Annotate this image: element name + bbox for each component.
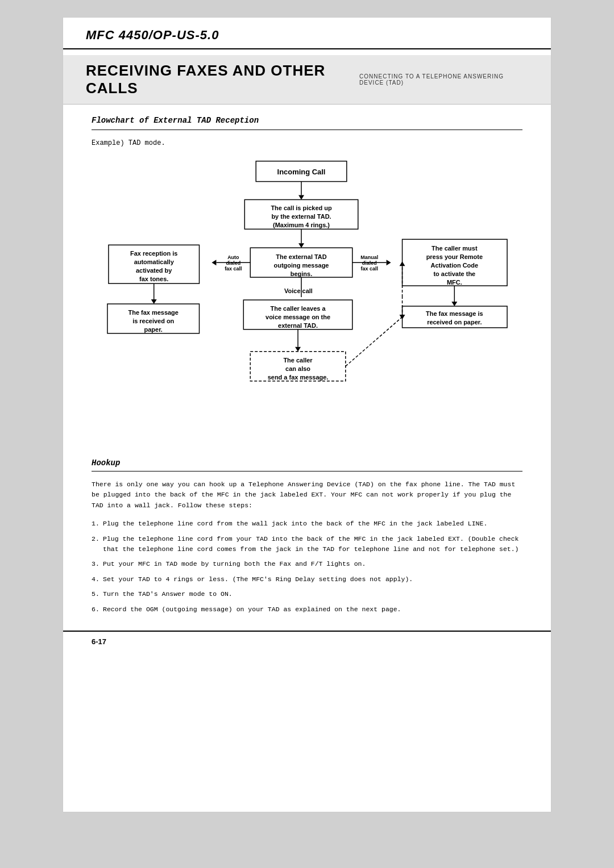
- svg-text:Manual: Manual: [360, 254, 378, 260]
- svg-text:begins.: begins.: [291, 270, 312, 277]
- svg-text:The caller leaves a: The caller leaves a: [271, 305, 326, 312]
- flowchart-rule: [92, 130, 522, 130]
- svg-text:dialed: dialed: [226, 260, 240, 266]
- svg-text:Fax reception is: Fax reception is: [130, 250, 178, 257]
- svg-text:automatically: automatically: [134, 258, 175, 265]
- svg-text:dialed: dialed: [362, 260, 377, 266]
- list-item: 1. Plug the telephone line cord from the…: [92, 519, 522, 529]
- svg-text:to activate the: to activate the: [433, 270, 475, 277]
- svg-text:fax tones.: fax tones.: [139, 276, 168, 282]
- hookup-paragraph: There is only one way you can hook up a …: [92, 479, 522, 511]
- hookup-title: Hookup: [92, 458, 522, 468]
- svg-text:send a fax message.: send a fax message.: [268, 374, 329, 381]
- page-footer: 6-17: [63, 631, 551, 652]
- svg-marker-36: [151, 299, 157, 304]
- list-item: 2. Plug the telephone line cord from you…: [92, 534, 522, 555]
- svg-marker-42: [451, 302, 457, 306]
- svg-text:voice message on the: voice message on the: [265, 314, 330, 320]
- svg-text:press your Remote: press your Remote: [426, 253, 483, 260]
- page-number: 6-17: [92, 637, 106, 646]
- flowchart-title: Flowchart of External TAD Reception: [92, 116, 522, 125]
- svg-text:The fax message: The fax message: [128, 309, 179, 316]
- svg-text:fax call: fax call: [225, 266, 242, 272]
- svg-text:The caller: The caller: [283, 357, 313, 364]
- section-title: RECEIVING FAXES AND OTHER CALLS: [86, 62, 348, 97]
- list-item: 5. Turn the TAD's Answer mode to ON.: [92, 589, 522, 599]
- svg-line-58: [346, 317, 403, 366]
- svg-text:Incoming Call: Incoming Call: [277, 168, 326, 176]
- svg-text:paper.: paper.: [144, 326, 163, 333]
- svg-text:The fax message is: The fax message is: [426, 310, 483, 317]
- svg-text:by the external TAD.: by the external TAD.: [271, 213, 331, 220]
- svg-text:activated by: activated by: [136, 267, 172, 274]
- svg-text:is received on: is received on: [132, 318, 174, 324]
- svg-text:can also: can also: [285, 365, 310, 372]
- list-item: 4. Set your TAD to 4 rings or less. (The…: [92, 574, 522, 585]
- flowchart-svg: Incoming Call The call is picked up by t…: [92, 155, 522, 450]
- svg-text:fax call: fax call: [360, 266, 377, 272]
- svg-text:The external TAD: The external TAD: [276, 253, 326, 260]
- svg-text:outgoing message: outgoing message: [274, 262, 329, 269]
- section-subtitle: CONNECTING TO A TELEPHONE ANSWERING DEVI…: [359, 73, 528, 86]
- section-header: RECEIVING FAXES AND OTHER CALLS CONNECTI…: [63, 55, 551, 105]
- svg-text:external TAD.: external TAD.: [278, 322, 318, 329]
- svg-text:Auto: Auto: [227, 254, 239, 260]
- svg-marker-15: [211, 260, 216, 265]
- svg-text:Voice call: Voice call: [284, 287, 313, 294]
- svg-marker-3: [298, 195, 304, 200]
- svg-text:Activation Code: Activation Code: [431, 262, 479, 269]
- page: MFC 4450/OP-US-5.0 RECEIVING FAXES AND O…: [63, 17, 551, 812]
- hookup-rule: [92, 471, 522, 471]
- list-item: 6. Record the OGM (outgoing message) on …: [92, 604, 522, 615]
- example-label: Example) TAD mode.: [92, 139, 522, 147]
- svg-marker-20: [387, 260, 391, 265]
- svg-text:The call is picked up: The call is picked up: [271, 205, 332, 211]
- hookup-list: 1. Plug the telephone line cord from the…: [92, 519, 522, 615]
- page-title: MFC 4450/OP-US-5.0: [86, 28, 219, 43]
- list-item: 3. Put your MFC in TAD mode by turning b…: [92, 559, 522, 569]
- svg-text:The caller must: The caller must: [432, 245, 478, 252]
- svg-text:MFC.: MFC.: [447, 279, 462, 286]
- svg-text:(Maximum 4 rings.): (Maximum 4 rings.): [273, 222, 330, 228]
- content-area: Flowchart of External TAD Reception Exam…: [63, 105, 551, 631]
- svg-marker-9: [298, 243, 304, 248]
- svg-text:received on paper.: received on paper.: [427, 319, 482, 326]
- page-header: MFC 4450/OP-US-5.0: [63, 18, 551, 49]
- svg-marker-53: [295, 347, 301, 352]
- hookup-section: Hookup There is only one way you can hoo…: [92, 458, 522, 615]
